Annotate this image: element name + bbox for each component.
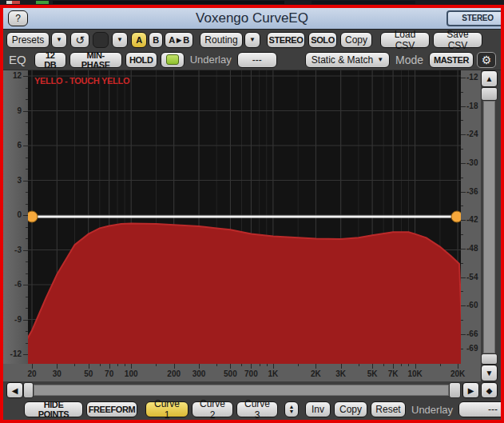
- freq-tick: [401, 364, 402, 366]
- freq-tick-label: 5K: [361, 369, 383, 378]
- spectrum-tick: [461, 234, 463, 235]
- reset-button[interactable]: Reset: [371, 401, 406, 417]
- horizontal-zoom-handle-left[interactable]: [23, 382, 34, 398]
- vertical-zoom-handle-bottom[interactable]: [481, 353, 498, 365]
- underlay-label: Underlay: [190, 54, 232, 66]
- gain-tick-label: 0: [17, 210, 22, 219]
- static-match-dropdown[interactable]: Static & Match ▼: [305, 52, 390, 68]
- freq-tick: [131, 364, 132, 369]
- ab-slot-b-button[interactable]: B: [149, 32, 163, 48]
- freq-tick: [57, 364, 58, 369]
- preset-toolbar: Presets ▼ ↺ ▼ A B A►B Routing ▼ STEREO S…: [3, 30, 501, 50]
- curve-3-tab[interactable]: Curve 3: [236, 401, 278, 417]
- freq-tick: [251, 364, 252, 369]
- underlay-select-bottom[interactable]: ---: [458, 401, 504, 417]
- freq-tick: [440, 364, 441, 366]
- spectrum-tick: [461, 277, 466, 278]
- freq-tick: [260, 364, 260, 366]
- spectrum-tick: [461, 92, 463, 93]
- scroll-reset-diamond-icon[interactable]: ◆: [481, 382, 498, 398]
- channel-mode-button[interactable]: STEREO: [446, 10, 504, 26]
- freq-tick: [383, 364, 384, 366]
- routing-dropdown-arrow[interactable]: ▼: [244, 32, 260, 48]
- eq-toolbar: EQ 12 DB MIN-PHASE HOLD Underlay --- Sta…: [3, 50, 501, 70]
- freq-tick: [74, 364, 75, 366]
- gain-tick-label: -3: [14, 245, 22, 254]
- background-green-fragment: [36, 1, 49, 4]
- freq-tick: [156, 364, 157, 366]
- spectrum-tick-label: -69: [466, 344, 478, 353]
- presets-button[interactable]: Presets: [6, 32, 50, 48]
- history-dropdown-arrow[interactable]: ▼: [112, 32, 128, 48]
- spectrum-tick-label: -66: [466, 329, 478, 338]
- range-12db-button[interactable]: 12 DB: [34, 52, 66, 68]
- underlay-legend-text: YELLO - TOUCH YELLO: [34, 76, 130, 86]
- scroll-right-icon[interactable]: ▶: [462, 382, 479, 398]
- freq-tick: [174, 364, 175, 369]
- scroll-down-icon[interactable]: ▼: [481, 365, 498, 381]
- gain-tick-label: -9: [14, 315, 22, 324]
- spectrum-tick: [461, 120, 463, 121]
- save-csv-button[interactable]: Save CSV: [433, 32, 482, 48]
- undo-icon[interactable]: ↺: [70, 32, 89, 48]
- a-to-b-copy-button[interactable]: A►B: [165, 32, 193, 48]
- stereo-button[interactable]: STEREO: [267, 32, 305, 48]
- curve-toolbar: HIDE POINTS FREEFORM Curve 1 Curve 2 Cur…: [3, 399, 501, 420]
- freq-tick-label: 7K: [382, 369, 404, 378]
- freq-tick-label: 20: [21, 369, 43, 378]
- horizontal-scroll-track[interactable]: [34, 385, 449, 396]
- eq-plot-area[interactable]: YELLO - TOUCH YELLO: [28, 70, 461, 364]
- plugin-window: Voxengo CurveEQ ? STEREO Presets ▼ ↺ ▼ A…: [0, 5, 504, 423]
- load-csv-button[interactable]: Load CSV: [380, 32, 430, 48]
- freq-tick: [125, 364, 125, 366]
- curve-1-tab[interactable]: Curve 1: [145, 401, 189, 417]
- spectrum-tick: [461, 149, 463, 150]
- min-phase-button[interactable]: MIN-PHASE: [69, 52, 122, 68]
- spectrum-enable-button[interactable]: [161, 52, 185, 68]
- solo-button[interactable]: SOLO: [308, 32, 337, 48]
- horizontal-zoom-handle-right[interactable]: [449, 382, 461, 398]
- spectrum-tick: [461, 334, 466, 335]
- help-button[interactable]: ?: [8, 10, 28, 26]
- vertical-scroll-track[interactable]: [483, 101, 495, 353]
- hide-points-button[interactable]: HIDE POINTS: [24, 401, 83, 417]
- curve-2-tab[interactable]: Curve 2: [192, 401, 233, 417]
- static-match-value: Static & Match: [312, 54, 373, 66]
- freq-tick: [359, 364, 359, 366]
- green-led-icon: [166, 54, 179, 65]
- eq-point-handle[interactable]: [28, 211, 38, 222]
- gain-tick-label: 12: [13, 71, 22, 80]
- mode-label: Mode: [395, 54, 423, 66]
- gain-tick-label: 9: [17, 106, 22, 115]
- scroll-up-icon[interactable]: ▲: [481, 70, 498, 87]
- horizontal-scrollbar: ◀ ▶ ◆: [3, 381, 498, 399]
- mode-master-button[interactable]: MASTER: [429, 52, 474, 68]
- copy-button[interactable]: Copy: [340, 32, 372, 48]
- freq-tick: [298, 364, 299, 366]
- underlay-select-button[interactable]: ---: [237, 52, 277, 68]
- gear-icon[interactable]: ⚙: [477, 52, 496, 68]
- freq-tick: [230, 364, 231, 369]
- presets-dropdown-arrow[interactable]: ▼: [51, 32, 67, 48]
- freeform-button[interactable]: FREEFORM: [86, 401, 137, 417]
- vertical-scrollbar: ▲ ▼: [481, 70, 498, 381]
- spectrum-tick: [461, 192, 466, 193]
- curve-spinner-icon[interactable]: ▲▼: [284, 401, 299, 417]
- background-white-fragment: [6, 1, 12, 4]
- freq-tick: [199, 364, 200, 369]
- freq-tick-label: 1K: [262, 369, 284, 378]
- eq-point-handle[interactable]: [451, 211, 461, 222]
- hold-button[interactable]: HOLD: [125, 52, 157, 68]
- freq-tick-label: 10K: [404, 369, 427, 378]
- freq-tick-label: 70: [98, 369, 121, 378]
- vertical-zoom-handle-top[interactable]: [481, 87, 498, 101]
- ab-slot-a-button[interactable]: A: [131, 32, 147, 48]
- routing-button[interactable]: Routing: [200, 32, 243, 48]
- history-empty-button[interactable]: [93, 32, 109, 48]
- copy-curve-button[interactable]: Copy: [334, 401, 367, 417]
- freq-tick-label: 300: [188, 369, 210, 378]
- scroll-left-icon[interactable]: ◀: [6, 382, 23, 398]
- freq-tick: [241, 364, 242, 366]
- invert-button[interactable]: Inv: [305, 401, 331, 417]
- eq-tab-label: EQ: [9, 53, 26, 66]
